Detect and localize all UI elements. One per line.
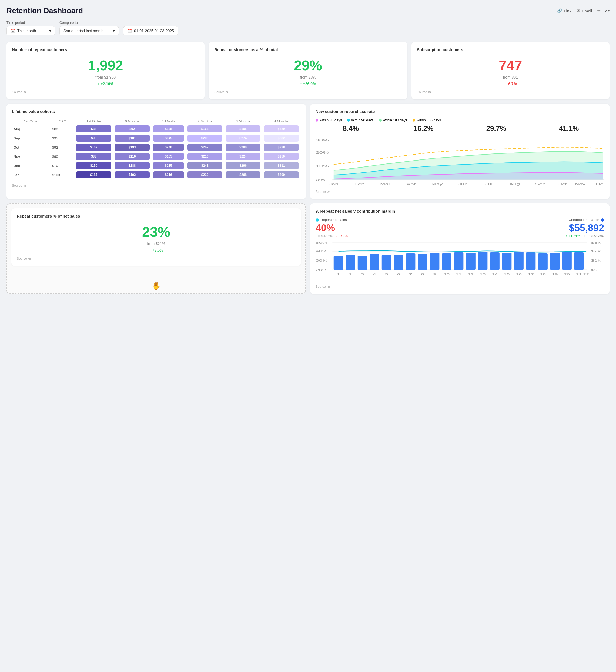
shopify-icon5: 🛍 xyxy=(327,190,330,194)
net-sales-source-label: Source xyxy=(17,257,27,260)
svg-text:19: 19 xyxy=(552,273,558,276)
net-sales-title: Repeat customers % of net sales xyxy=(17,214,296,218)
cohort-header-m0: 0 Months xyxy=(113,118,151,124)
repurchase-180: 29.7% xyxy=(461,124,531,133)
arrow-up-icon3: ↑ xyxy=(149,248,151,252)
svg-rect-51 xyxy=(562,252,572,270)
date-range-value: 01-01-2025-01-23-2025 xyxy=(134,29,174,33)
repurchase-90-val: 16.2% xyxy=(388,124,459,133)
svg-rect-43 xyxy=(466,253,476,270)
svg-text:30%: 30% xyxy=(316,259,328,262)
svg-rect-32 xyxy=(334,256,343,270)
svg-text:8: 8 xyxy=(421,273,424,276)
repurchase-30-val: 8.4% xyxy=(316,124,386,133)
compare-to-value: Same period last month xyxy=(63,29,103,33)
svg-text:20: 20 xyxy=(564,273,570,276)
edit-label: Edit xyxy=(602,9,610,13)
legend-label-180: within 180 days xyxy=(383,118,407,122)
compare-to-select[interactable]: Same period last month ▾ xyxy=(59,26,119,35)
table-row: Jan$103$184$192$216$230$268$299 xyxy=(12,170,300,179)
svg-text:2: 2 xyxy=(349,273,352,276)
svg-text:9: 9 xyxy=(433,273,436,276)
repeat-customers-value: 1,992 xyxy=(12,57,199,73)
repurchase-180-val: 29.7% xyxy=(461,124,531,133)
svg-rect-41 xyxy=(442,253,451,270)
table-row: Oct$92$109$193$240$262$290$328 xyxy=(12,143,300,152)
svg-text:16: 16 xyxy=(516,273,522,276)
svg-text:5: 5 xyxy=(385,273,388,276)
svg-rect-52 xyxy=(574,252,584,270)
header-actions: 🔗 Link ✉ Email ✏ Edit xyxy=(557,8,610,13)
contrib-margin-dot xyxy=(601,218,604,222)
arrow-up-icon4: ↑ xyxy=(565,234,567,238)
link-action[interactable]: 🔗 Link xyxy=(557,8,571,13)
contribution-left: Repeat net sales 40% from $44% ↓ -9.0% xyxy=(316,218,348,238)
repurchase-legend: within 30 days within 90 days within 180… xyxy=(316,118,604,122)
page-header: Retention Dashboard 🔗 Link ✉ Email ✏ Edi… xyxy=(6,6,610,15)
table-row: Sep$95$90$101$145$205$274$282 xyxy=(12,133,300,143)
svg-rect-39 xyxy=(418,254,427,270)
repeat-pct-footer: Source 🛍 xyxy=(214,90,401,94)
repeat-pct-from: from 23% xyxy=(214,75,401,79)
svg-rect-35 xyxy=(370,254,379,270)
repeat-customers-change: ↑ +2.16% xyxy=(12,82,199,86)
page-title: Retention Dashboard xyxy=(6,6,83,15)
svg-text:$2k: $2k xyxy=(591,250,601,253)
repeat-customers-title: Number of repeat customers xyxy=(12,47,199,52)
legend-dot-90 xyxy=(347,119,350,122)
net-sales-dashed: Repeat customers % of net sales 23% from… xyxy=(6,203,306,294)
svg-text:11: 11 xyxy=(456,273,461,276)
legend-90: within 90 days xyxy=(347,118,373,122)
repurchase-30: 8.4% xyxy=(316,124,386,133)
subscription-footer: Source 🛍 xyxy=(417,90,604,94)
svg-rect-50 xyxy=(550,253,560,270)
subscription-card: Subscription customers 747 from 801 ↓ -6… xyxy=(411,42,610,99)
repurchase-footer: Source 🛍 xyxy=(316,190,604,194)
bottom-grid: Repeat customers % of net sales 23% from… xyxy=(6,203,610,294)
svg-rect-40 xyxy=(430,253,440,270)
legend-365: within 365 days xyxy=(413,118,441,122)
chevron-down-icon2: ▾ xyxy=(113,29,115,33)
svg-text:$0: $0 xyxy=(591,269,598,272)
svg-rect-33 xyxy=(346,255,355,270)
svg-rect-34 xyxy=(358,256,367,270)
email-action[interactable]: ✉ Email xyxy=(577,8,592,13)
repeat-customers-from: from $1,950 xyxy=(12,75,199,79)
svg-text:3: 3 xyxy=(361,273,364,276)
time-period-select[interactable]: 📅 This month ▾ xyxy=(6,26,55,35)
svg-rect-46 xyxy=(502,253,512,270)
arrow-down-icon2: ↓ xyxy=(336,234,338,238)
svg-rect-37 xyxy=(394,255,403,270)
svg-text:10: 10 xyxy=(444,273,450,276)
repeat-net-dot xyxy=(316,218,319,222)
edit-action[interactable]: ✏ Edit xyxy=(597,8,610,13)
svg-text:15: 15 xyxy=(504,273,510,276)
contribution-card: % Repeat net sales v contribution margin… xyxy=(310,203,610,294)
svg-text:18: 18 xyxy=(540,273,546,276)
compare-to-label: Compare to xyxy=(59,21,119,25)
svg-text:$3k: $3k xyxy=(591,241,601,245)
svg-text:May: May xyxy=(431,182,443,186)
repurchase-svg: 30% 20% 10% 0% xyxy=(316,137,604,186)
source-label: Source xyxy=(12,90,22,94)
drag-icon[interactable]: ✋ xyxy=(152,281,161,290)
svg-text:Jun: Jun xyxy=(458,182,468,186)
shopify-icon4: 🛍 xyxy=(23,184,26,188)
date-range-box[interactable]: 📅 01-01-2025-01-23-2025 xyxy=(123,26,178,35)
svg-rect-48 xyxy=(526,252,536,270)
table-row: Aug$88$84$92$128$164$195$220 xyxy=(12,124,300,133)
contribution-repeat-value: 40% xyxy=(316,222,348,234)
legend-180: within 180 days xyxy=(379,118,407,122)
svg-text:Aug: Aug xyxy=(509,182,520,186)
legend-label-30: within 30 days xyxy=(320,118,342,122)
svg-text:14: 14 xyxy=(492,273,498,276)
time-period-group: Time period 📅 This month ▾ xyxy=(6,21,55,35)
chevron-down-icon: ▾ xyxy=(49,29,51,33)
email-icon: ✉ xyxy=(577,8,580,13)
shopify-icon: 🛍 xyxy=(23,90,26,94)
svg-text:Apr: Apr xyxy=(406,182,416,186)
table-row: Nov$90$88$116$155$210$224$250 xyxy=(12,152,300,161)
cohort-header-first: 1st Order xyxy=(74,118,113,124)
contribution-footer: Source 🛍 xyxy=(316,285,604,289)
repeat-pct-change: ↑ +26.0% xyxy=(214,82,401,86)
